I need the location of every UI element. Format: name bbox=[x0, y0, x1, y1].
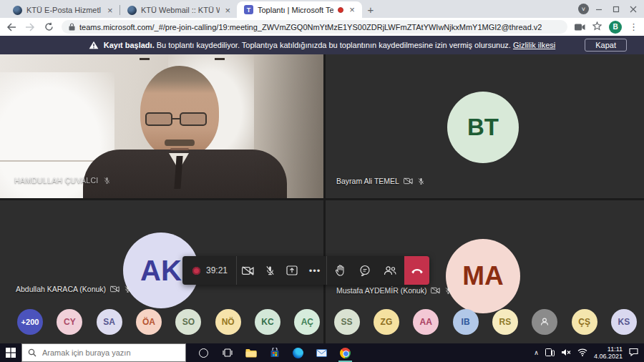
chrome-icon bbox=[340, 348, 351, 358]
avatar-initials: MA bbox=[462, 261, 504, 291]
edge-icon bbox=[293, 348, 303, 358]
mic-muted-icon bbox=[444, 287, 452, 295]
task-view-button[interactable] bbox=[215, 343, 239, 362]
strip-avatar[interactable]: IB bbox=[453, 309, 479, 335]
tab-ktu-eposta[interactable]: KTÜ E-Posta Hizmetleri × bbox=[6, 2, 120, 18]
camera-off-icon bbox=[431, 287, 440, 294]
forward-button[interactable] bbox=[24, 23, 36, 31]
window-minimize-button[interactable] bbox=[595, 6, 602, 13]
camera-toggle-button[interactable] bbox=[237, 256, 259, 285]
edge-button[interactable] bbox=[286, 343, 310, 362]
task-view-icon bbox=[223, 348, 233, 357]
wifi-tray-icon[interactable] bbox=[577, 346, 587, 359]
new-tab-button[interactable]: + bbox=[362, 1, 379, 18]
file-explorer-button[interactable] bbox=[239, 343, 263, 362]
strip-avatar[interactable]: ZG bbox=[374, 309, 399, 335]
tab-ktu-webmail[interactable]: KTÜ Webmail :: KTÜ Webmail Si × bbox=[120, 2, 237, 18]
volume-muted-tray-icon[interactable] bbox=[561, 346, 571, 359]
tab-close-icon[interactable]: × bbox=[348, 5, 356, 14]
mail-icon bbox=[316, 349, 327, 357]
strip-avatar[interactable]: ÇŞ bbox=[572, 309, 597, 335]
recording-dot-icon bbox=[192, 267, 200, 275]
strip-avatar[interactable]: KS bbox=[611, 309, 637, 335]
participant-name: Mustafa AYDEMİR (Konuk) bbox=[336, 286, 426, 295]
cortana-button[interactable] bbox=[192, 343, 215, 362]
strip-avatar[interactable]: AA bbox=[413, 309, 439, 335]
tab-title: KTÜ E-Posta Hizmetleri bbox=[26, 6, 101, 14]
participant-name: HAMDULLAH ÇUVALCI bbox=[14, 176, 99, 185]
participants-button[interactable] bbox=[377, 256, 403, 285]
refresh-button[interactable] bbox=[43, 22, 54, 31]
strip-avatar-anonymous[interactable] bbox=[532, 309, 557, 335]
tray-expand-chevron[interactable]: ∧ bbox=[534, 349, 539, 356]
call-toolbar: 39:21 ••• bbox=[182, 256, 429, 285]
tab-title: Toplantı | Microsoft Teams bbox=[258, 6, 333, 14]
tray-date: 4.06.2021 bbox=[594, 353, 623, 360]
hang-up-button[interactable] bbox=[404, 256, 429, 285]
https-lock-icon bbox=[69, 23, 75, 31]
chrome-button[interactable] bbox=[333, 343, 357, 362]
windows-taskbar: ∧ 11:11 4.06.2021 bbox=[0, 343, 644, 362]
cortana-icon bbox=[199, 348, 208, 358]
tab-camera-in-use-icon[interactable] bbox=[575, 21, 585, 34]
chat-button[interactable] bbox=[353, 256, 378, 285]
privacy-policy-link[interactable]: Gizlilik ilkesi bbox=[513, 41, 555, 49]
avatar-bayram: BT bbox=[447, 92, 519, 163]
your-phone-tray-icon[interactable] bbox=[545, 346, 555, 359]
tab-close-icon[interactable]: × bbox=[224, 6, 231, 15]
strip-avatar[interactable]: SS bbox=[334, 309, 360, 335]
avatar-initials: AK bbox=[140, 255, 182, 287]
browser-menu-icon[interactable]: ⋮ bbox=[629, 21, 638, 32]
start-button[interactable] bbox=[0, 343, 21, 362]
webmail-favicon-icon bbox=[13, 6, 22, 15]
mail-button[interactable] bbox=[310, 343, 333, 362]
browser-profile-avatar[interactable]: B bbox=[609, 21, 622, 34]
back-button[interactable] bbox=[6, 23, 17, 31]
address-bar[interactable]: teams.microsoft.com/_#/pre-join-calling/… bbox=[62, 20, 567, 34]
mic-toggle-button[interactable] bbox=[259, 256, 281, 285]
search-input[interactable] bbox=[42, 348, 171, 357]
share-screen-button[interactable] bbox=[281, 256, 303, 285]
windows-logo-icon bbox=[6, 348, 16, 358]
browser-tab-strip: KTÜ E-Posta Hizmetleri × KTÜ Webmail :: … bbox=[0, 0, 644, 18]
strip-avatar[interactable]: SA bbox=[97, 309, 122, 335]
strip-avatar[interactable]: NÖ bbox=[215, 309, 241, 335]
banner-dismiss-button[interactable]: Kapat bbox=[585, 39, 627, 52]
clock[interactable]: 11:11 4.06.2021 bbox=[594, 346, 623, 360]
microsoft-store-button[interactable] bbox=[263, 343, 286, 362]
camera-off-icon bbox=[404, 177, 413, 185]
participant-name: Bayram Ali TEMEL bbox=[336, 177, 399, 185]
strip-avatar[interactable]: KC bbox=[255, 309, 280, 335]
strip-avatar[interactable]: ÖA bbox=[136, 309, 162, 335]
action-center-icon[interactable] bbox=[629, 346, 638, 359]
tab-teams-meeting[interactable]: T Toplantı | Microsoft Teams × bbox=[237, 1, 362, 18]
strip-avatar[interactable]: AÇ bbox=[294, 309, 320, 335]
warning-icon bbox=[89, 41, 99, 49]
participant-label-mustafa: Mustafa AYDEMİR (Konuk) bbox=[336, 286, 452, 295]
teams-favicon-icon: T bbox=[244, 5, 253, 14]
overflow-count-badge[interactable]: +200 bbox=[17, 309, 43, 335]
window-close-button[interactable] bbox=[630, 6, 637, 13]
mic-muted-icon bbox=[124, 285, 132, 293]
mic-muted-icon bbox=[417, 177, 425, 185]
bookmark-star-icon[interactable] bbox=[592, 21, 602, 34]
raise-hand-button[interactable] bbox=[327, 256, 353, 285]
tray-time: 11:11 bbox=[608, 346, 623, 353]
participant-label-abdullah: Abdullah KARACA (Konuk) bbox=[16, 285, 132, 293]
strip-avatar[interactable]: RS bbox=[492, 309, 518, 335]
avatar-initials: BT bbox=[467, 114, 499, 141]
tab-close-icon[interactable]: × bbox=[105, 6, 114, 15]
search-icon bbox=[28, 348, 36, 357]
recording-timer-group: 39:21 bbox=[182, 265, 236, 275]
strip-avatar[interactable]: CY bbox=[57, 309, 82, 335]
participant-name: Abdullah KARACA (Konuk) bbox=[16, 285, 106, 293]
more-actions-button[interactable]: ••• bbox=[303, 265, 327, 276]
banner-text: Kayıt başladı. Bu toplantı kaydediliyor.… bbox=[104, 41, 555, 49]
window-restore-button[interactable] bbox=[613, 6, 620, 13]
strip-avatar[interactable]: SO bbox=[175, 309, 201, 335]
taskbar-search-box[interactable] bbox=[21, 343, 186, 362]
avatar-mustafa: MA bbox=[446, 239, 520, 313]
url-text: teams.microsoft.com/_#/pre-join-calling/… bbox=[79, 23, 542, 31]
tab-search-button[interactable]: ˅ bbox=[578, 4, 589, 14]
webmail-favicon-icon bbox=[127, 6, 137, 15]
